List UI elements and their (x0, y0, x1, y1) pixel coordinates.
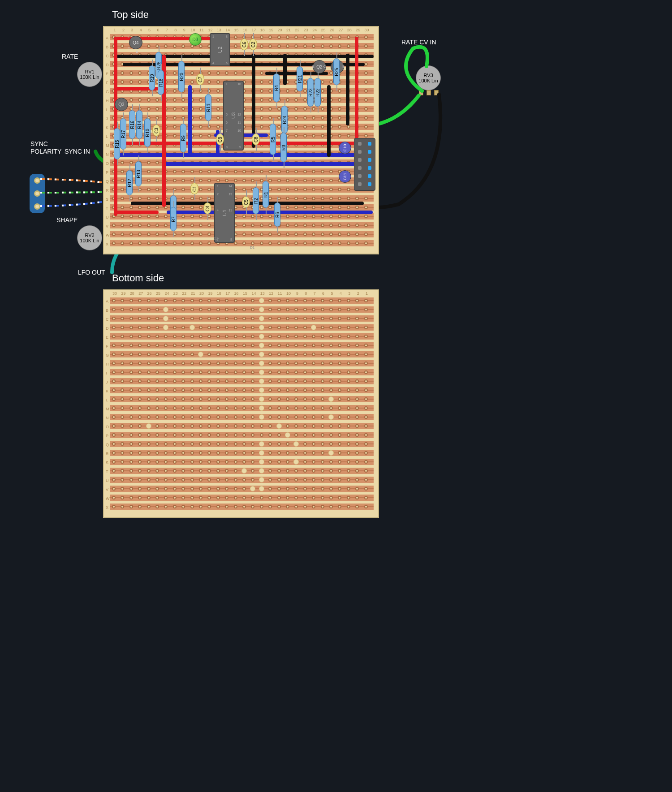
label-sync-in: SYNC IN (65, 148, 90, 155)
wire-blue (188, 85, 192, 157)
track-cut (285, 432, 290, 438)
track-cut (259, 414, 264, 420)
resistor-r6: R6 (274, 202, 280, 227)
top-board-area: RATE RV1100K Lin SHAPE RV2100K Lin RATE … (13, 26, 659, 254)
ecap-c10: C10 (339, 142, 351, 154)
cap-c2: C2 (249, 39, 257, 50)
resistor-r25: R25 (333, 58, 340, 85)
resistor-r19: R19 (149, 65, 155, 90)
resistor-r2: R2 (253, 187, 259, 214)
track-cut (146, 423, 151, 429)
cap-c6: C6 (240, 39, 248, 50)
resistor-r1: R1 (263, 181, 269, 208)
cap-c8: C8 (252, 133, 260, 145)
jumper-rv3-black (372, 92, 444, 213)
diode-d2: D2 (214, 237, 218, 241)
label-lfo-out: LFO OUT (78, 269, 105, 276)
transistor-q4: Q4ECB (129, 36, 142, 49)
wire-blue (162, 162, 364, 166)
resistor-r11: R11 (205, 94, 211, 121)
resistor-r15: R15 (114, 128, 120, 159)
wire-black (283, 54, 287, 85)
pot-rv1[interactable]: RV1100K Lin (77, 62, 102, 87)
track-cut (241, 468, 247, 473)
led-d3: D3 (189, 33, 202, 46)
track-cut (259, 468, 264, 473)
label-rate-cv-in: RATE CV IN (401, 39, 436, 46)
track-cut (259, 334, 264, 339)
label-rate: RATE (62, 53, 78, 60)
resistor-r17: R17 (120, 118, 126, 150)
cap-c7: C7 (196, 73, 204, 85)
resistor-r7: R7 (170, 207, 177, 231)
track-cut (259, 307, 264, 312)
label-sync-pol: SYNC POLARITY (30, 140, 61, 155)
wire-black (327, 85, 331, 157)
diode-d1: D1 (250, 245, 254, 250)
track-cut (328, 396, 334, 402)
resistor-r9: R9 (180, 124, 186, 152)
track-cut (259, 477, 264, 482)
resistor-r10: R10 (144, 118, 151, 147)
cap-c9: C9 (216, 133, 224, 145)
power-connector[interactable] (354, 138, 375, 191)
ic-u3: U3 116 89 512 611 710 (223, 81, 244, 151)
cap-c5: C5 (242, 196, 250, 208)
resistor-r22: R22 (314, 78, 321, 107)
cap-c3: C3 (152, 125, 160, 136)
resistor-r21: R21 (297, 66, 303, 91)
bottom-board-area: 3029282726252423222120191817161514131211… (13, 289, 659, 518)
track-cut (259, 370, 264, 375)
track-cut (259, 343, 264, 348)
top-title: Top side (112, 9, 659, 21)
wire-red (114, 211, 159, 214)
track-cut (259, 405, 264, 411)
track-cut (259, 441, 264, 447)
resistor-r18: R18 (158, 70, 164, 95)
pot-rv2[interactable]: RV2100K Lin (77, 225, 102, 250)
track-cut (328, 450, 334, 456)
wire-red (114, 142, 374, 145)
board-bottom: 3029282726252423222120191817161514131211… (103, 289, 379, 518)
resistor-r13: R13 (135, 161, 142, 186)
transistor-q3: Q3 (115, 98, 128, 111)
ecap-c11: C11 (339, 170, 351, 183)
label-shape: SHAPE (56, 216, 78, 224)
track-cut (259, 486, 264, 491)
wire-red (355, 37, 358, 144)
ic-u1: U1 114 213 411 78 (214, 183, 235, 243)
bottom-title: Bottom side (112, 272, 659, 284)
wire-black (346, 54, 349, 125)
track-cut (259, 352, 264, 357)
resistor-r5: R5 (270, 124, 276, 155)
cap-c1: C1 (190, 183, 198, 194)
transistor-q2: Q2ECB (313, 60, 326, 73)
track-cut (259, 298, 264, 303)
track-cut (259, 450, 264, 456)
pot-rv3[interactable]: RV3100K Lin (416, 65, 441, 90)
resistor-r23: R23 (307, 78, 314, 107)
resistor-r24: R24 (281, 106, 288, 133)
track-cut (259, 325, 264, 330)
track-cut (259, 459, 264, 465)
resistor-r4: R4 (273, 73, 280, 102)
resistor-r16: R16 (129, 110, 135, 139)
track-cut (259, 396, 264, 402)
track-cut (259, 316, 264, 321)
wire-blue (167, 211, 373, 214)
resistor-r20: R20 (178, 61, 185, 92)
resistor-r14: R14 (136, 110, 142, 139)
track-cut (259, 379, 264, 384)
ic-u2: U2 18 45 (210, 33, 230, 66)
track-cut (259, 361, 264, 366)
cap-c4: C4 (203, 202, 211, 214)
board-top: /* placeholder for structure */ 12345678… (103, 26, 379, 254)
wire-black (114, 55, 374, 58)
track-cut (190, 325, 195, 330)
switch-sync-polarity[interactable] (30, 174, 45, 213)
track-cut (198, 352, 203, 357)
track-cut (328, 414, 334, 420)
wire-blue (114, 153, 374, 157)
resistor-r12: R12 (126, 170, 133, 195)
track-cut (276, 423, 282, 429)
